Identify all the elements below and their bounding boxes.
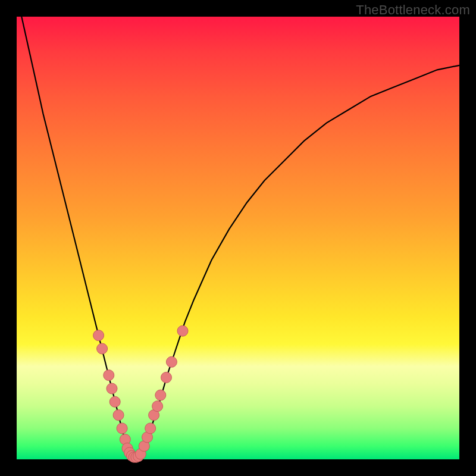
marker-point xyxy=(97,343,108,354)
marker-point xyxy=(117,423,127,434)
marker-point xyxy=(109,396,120,407)
marker-point xyxy=(93,330,104,341)
marker-point xyxy=(145,423,156,434)
marker-point xyxy=(161,372,172,383)
marker-point xyxy=(152,401,163,412)
curve-layer xyxy=(17,0,459,459)
markers-layer xyxy=(93,325,188,462)
bottleneck-curve xyxy=(17,0,459,459)
watermark-text: TheBottleneck.com xyxy=(356,2,470,18)
plot-area xyxy=(17,17,459,459)
marker-point xyxy=(104,370,114,381)
chart-frame: TheBottleneck.com xyxy=(0,0,476,476)
marker-point xyxy=(113,410,124,421)
marker-point xyxy=(166,356,177,367)
marker-point xyxy=(177,325,188,336)
chart-svg xyxy=(17,17,459,459)
marker-point xyxy=(155,390,166,400)
marker-point xyxy=(107,383,117,394)
